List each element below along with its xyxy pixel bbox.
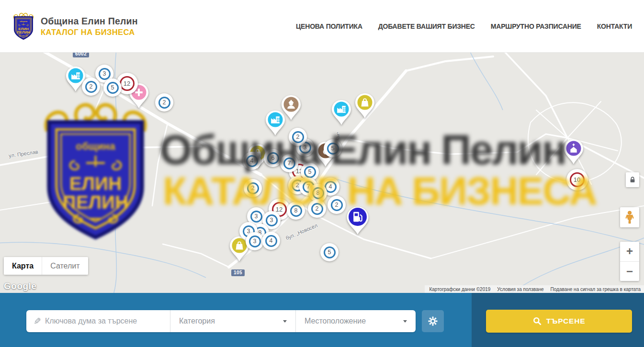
nav-item-transport-schedule[interactable]: МАРШРУТНО РАЗПИСАНИЕ xyxy=(491,22,581,30)
nav-item-pricing[interactable]: ЦЕНОВА ПОЛИТИКА xyxy=(296,22,362,30)
church-pin[interactable] xyxy=(563,138,585,167)
map-canvas[interactable]: 3212523254613752274812822338334510ул. Пр… xyxy=(0,53,644,293)
map-cluster[interactable]: 2 xyxy=(289,128,307,146)
site-subtitle: КАТАЛОГ НА БИЗНЕСА xyxy=(41,28,138,37)
zoom-out-button[interactable]: − xyxy=(620,262,639,281)
site-title: Община Елин Пелин xyxy=(41,16,138,27)
svg-text:ПЕЛИН: ПЕЛИН xyxy=(17,30,30,34)
location-select[interactable]: Местоположение xyxy=(295,310,416,332)
search-action-panel: ТЪРСЕНЕ xyxy=(472,293,644,347)
search-bar: ✎ Категория Местоположение ТЪРСЕНЕ xyxy=(0,293,644,347)
map-type-control: Карта Сателит xyxy=(4,257,88,275)
nav-item-contacts[interactable]: КОНТАКТИ xyxy=(597,22,632,30)
category-select-label: Категория xyxy=(179,317,215,325)
map-cluster[interactable]: 4 xyxy=(262,232,280,250)
keyword-section: ✎ xyxy=(26,310,170,332)
magnifier-icon xyxy=(533,317,542,325)
map-cluster[interactable]: 5 xyxy=(320,243,339,261)
road-number-badge: 6002 xyxy=(73,53,89,57)
chevron-down-icon xyxy=(283,320,287,323)
page-header: община ЕЛИН ПЕЛИН Община Елин Пелин КАТА… xyxy=(0,0,644,53)
site-logo[interactable]: община ЕЛИН ПЕЛИН Община Елин Пелин КАТА… xyxy=(12,12,138,40)
advanced-settings-button[interactable] xyxy=(422,310,444,332)
search-keyword-input[interactable] xyxy=(45,317,170,325)
attribution-copyright: Картографски данни ©2019 xyxy=(429,287,490,292)
google-logo[interactable]: Google xyxy=(4,281,36,291)
gear-icon xyxy=(428,316,438,326)
map-type-map-button[interactable]: Карта xyxy=(4,257,42,275)
main-nav: ЦЕНОВА ПОЛИТИКА ДОБАВЕТЕ ВАШИЯТ БИЗНЕС М… xyxy=(296,0,632,53)
search-button-label: ТЪРСЕНЕ xyxy=(546,317,586,325)
map-cluster[interactable]: 5 xyxy=(103,78,122,97)
road-number-badge: 105 xyxy=(231,269,245,276)
search-input-group: ✎ Категория Местоположение xyxy=(26,310,416,332)
pegman-icon xyxy=(625,211,634,224)
svg-text:община: община xyxy=(20,20,28,22)
factory-pin[interactable] xyxy=(330,99,352,128)
map-cluster[interactable]: 2 xyxy=(308,200,326,218)
attribution-terms-link[interactable]: Условия за ползване xyxy=(497,287,543,292)
municipality-emblem-icon: община ЕЛИН ПЕЛИН xyxy=(12,12,34,40)
map-attribution: Картографски данни ©2019 Условия за полз… xyxy=(425,285,644,293)
factory-pin[interactable] xyxy=(264,110,286,138)
street-view-pegman-button[interactable] xyxy=(620,207,639,227)
map-cluster[interactable]: 2 xyxy=(244,179,262,197)
zoom-control: + − xyxy=(620,242,639,281)
location-select-label: Местоположение xyxy=(305,317,366,325)
category-select[interactable]: Категория xyxy=(170,310,295,332)
zoom-in-button[interactable]: + xyxy=(620,242,639,262)
chevron-down-icon xyxy=(403,320,407,323)
map-cluster[interactable]: 10 xyxy=(566,169,588,190)
map-cluster[interactable]: 8 xyxy=(287,201,305,220)
map-cluster[interactable]: 3 xyxy=(246,232,264,250)
shopping-bag-pin[interactable] xyxy=(354,92,376,121)
map-cluster[interactable]: 4 xyxy=(243,152,261,170)
map-type-satellite-button[interactable]: Сателит xyxy=(42,257,88,275)
search-button[interactable]: ТЪРСЕНЕ xyxy=(486,310,632,333)
map-lock-button[interactable] xyxy=(626,172,639,187)
nav-item-add-business[interactable]: ДОБАВЕТЕ ВАШИЯТ БИЗНЕС xyxy=(378,22,475,30)
map-cluster[interactable]: 2 xyxy=(328,196,346,214)
map-cluster[interactable]: 2 xyxy=(155,93,173,112)
attribution-report-error-link[interactable]: Подаване на сигнал за грешка в картата xyxy=(551,287,641,292)
lock-icon xyxy=(629,176,636,183)
map-cluster[interactable]: 6 xyxy=(264,149,282,167)
map-cluster[interactable]: 2 xyxy=(82,78,100,96)
pencil-icon: ✎ xyxy=(34,316,41,327)
map-cluster[interactable]: 5 xyxy=(324,139,342,157)
map-cluster[interactable]: 7 xyxy=(280,154,298,172)
fuel-pin[interactable] xyxy=(345,206,370,237)
